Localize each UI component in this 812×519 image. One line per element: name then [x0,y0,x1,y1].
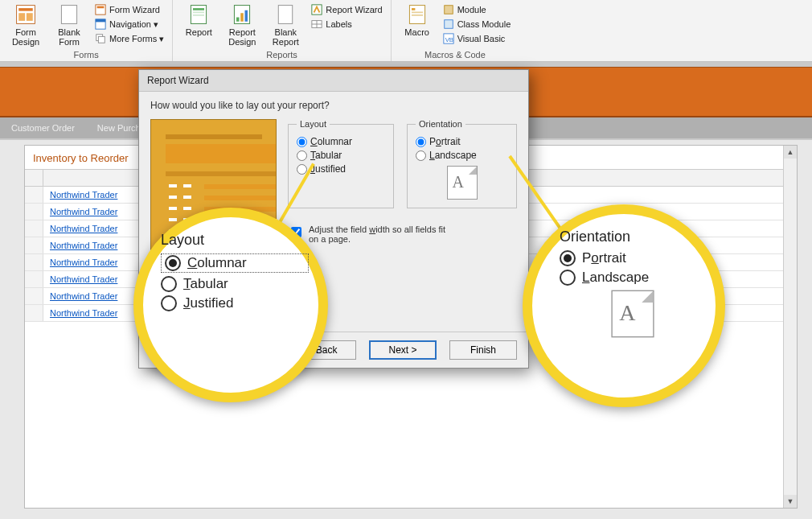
vertical-scrollbar[interactable]: ▲ ▼ [783,146,797,508]
navigation-button[interactable]: Navigation ▾ [92,18,167,31]
layout-tabular-radio[interactable] [297,150,307,161]
svg-rect-26 [412,12,423,14]
more-forms-icon [95,33,106,44]
form-wizard-button[interactable]: Form Wizard [92,3,167,16]
svg-rect-8 [96,19,105,23]
callout-orientation-landscape: Landscape [560,270,706,286]
module-label: Module [457,5,486,14]
class-module-label: Class Module [457,19,511,29]
finish-button[interactable]: Finish [449,340,517,360]
form-design-label: Form Design [12,27,39,47]
form-wizard-icon [95,4,106,15]
report-design-button[interactable]: Report Design [221,2,263,48]
report-label: Report [186,27,212,37]
scroll-up-button[interactable]: ▲ [784,146,797,159]
report-design-icon [231,3,253,26]
labels-button[interactable]: Labels [308,18,385,31]
layout-callout: Layout Columnar Tabular Justified [133,208,328,402]
ribbon-group-reports: Report Report Design Blank Report Report… [173,0,391,61]
macro-label: Macro [404,27,429,37]
row-selector[interactable] [25,204,43,220]
class-module-icon [443,19,454,30]
class-module-button[interactable]: Class Module [440,18,515,31]
module-button[interactable]: Module [440,3,515,16]
layout-columnar-radio[interactable] [297,137,307,147]
visual-basic-button[interactable]: VBVisual Basic [440,32,515,45]
report-wizard-button[interactable]: Report Wizard [308,3,385,16]
svg-rect-19 [279,6,293,24]
labels-label: Labels [326,19,351,29]
dialog-title: Report Wizard [139,70,528,92]
layout-columnar-option[interactable]: CColumnarolumnar [297,136,385,147]
svg-rect-28 [444,6,453,14]
svg-rect-10 [98,36,105,43]
orientation-portrait-radio[interactable] [416,137,426,147]
report-design-label: Report Design [228,27,256,47]
orientation-landscape-option[interactable]: Landscape [416,150,508,161]
row-selector[interactable] [25,220,43,237]
report-icon [187,3,210,26]
orientation-callout: Orientation Portrait Landscape [523,204,725,407]
callout-orientation-legend: Orientation [560,229,706,245]
ribbon-group-reports-title: Reports [178,50,385,61]
svg-rect-17 [241,13,244,22]
layout-legend: Layout [297,119,330,129]
labels-icon [311,19,322,30]
ribbon: Form Design Blank Form Form Wizard Navig… [0,0,812,62]
svg-rect-4 [61,6,76,24]
svg-text:VB: VB [445,36,453,43]
svg-rect-18 [245,10,248,22]
row-selector[interactable] [25,237,43,253]
blank-form-icon [58,3,80,26]
scroll-down-button[interactable]: ▼ [784,495,797,508]
dialog-question: How would you like to lay out your repor… [150,100,517,111]
blank-form-label: Blank Form [58,27,80,47]
visual-basic-label: Visual Basic [457,34,506,43]
visual-basic-icon: VB [443,33,454,44]
blank-report-icon [274,3,297,26]
svg-rect-29 [444,20,453,29]
callout-layout-tabular: Tabular [161,276,309,292]
report-wizard-label: Report Wizard [326,5,382,14]
blank-report-button[interactable]: Blank Report [265,2,306,48]
report-wizard-icon [311,4,322,15]
orientation-fieldset: Orientation Portrait Landscape [407,119,517,208]
module-icon [443,4,454,15]
navigation-label: Navigation ▾ [109,19,158,30]
svg-rect-2 [18,13,25,21]
row-selector[interactable] [25,288,43,304]
orientation-portrait-option[interactable]: Portrait [416,136,508,147]
svg-rect-3 [27,13,33,21]
callout-orientation-preview-icon [611,290,654,338]
orientation-landscape-radio[interactable] [416,150,426,161]
more-forms-label: More Forms ▾ [109,34,164,44]
row-selector[interactable] [25,254,43,270]
report-button[interactable]: Report [178,2,219,39]
svg-rect-12 [193,8,204,10]
layout-tabular-option[interactable]: Tabular [297,150,385,161]
svg-rect-27 [412,14,423,16]
ribbon-group-macros: Macro Module Class Module VBVisual Basic… [392,0,519,61]
orientation-legend: Orientation [416,119,465,129]
form-design-button[interactable]: Form Design [5,2,47,48]
row-selector-header[interactable] [25,170,43,186]
callout-layout-columnar: Columnar [161,253,309,273]
svg-rect-1 [18,8,33,11]
next-button[interactable]: Next > [369,340,437,360]
macro-button[interactable]: Macro [396,2,438,39]
ribbon-group-forms: Form Design Blank Form Form Wizard Navig… [0,0,173,61]
row-selector[interactable] [25,305,43,321]
orientation-preview-icon [447,166,478,200]
adjust-width-label: Adjust the field width so all fields fit… [309,224,449,244]
ribbon-group-macros-title: Macros & Code [396,50,515,61]
svg-rect-13 [193,12,204,14]
navigation-icon [95,19,106,30]
more-forms-button[interactable]: More Forms ▾ [92,32,167,45]
blank-form-button[interactable]: Blank Form [48,2,90,48]
row-selector[interactable] [25,271,43,287]
tab-customer-order[interactable]: Customer Order [0,117,86,138]
svg-rect-25 [412,8,415,10]
row-selector[interactable] [25,187,43,203]
form-design-icon [14,3,37,26]
callout-layout-legend: Layout [161,232,309,249]
